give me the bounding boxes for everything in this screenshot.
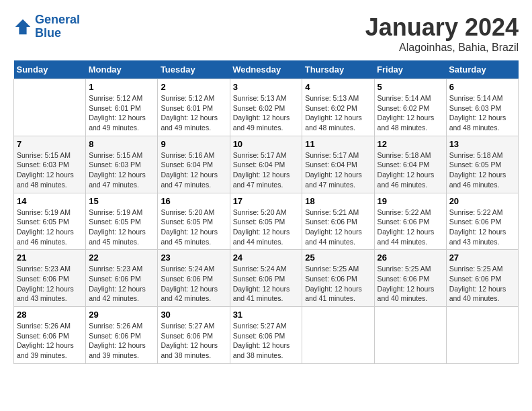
day-number: 16 — [161, 196, 226, 206]
calendar-cell: 13Sunrise: 5:18 AM Sunset: 6:05 PM Dayli… — [446, 136, 518, 193]
day-number: 29 — [89, 310, 154, 320]
calendar-cell: 21Sunrise: 5:23 AM Sunset: 6:06 PM Dayli… — [14, 250, 86, 307]
day-info: Sunrise: 5:18 AM Sunset: 6:05 PM Dayligh… — [449, 150, 515, 190]
calendar-cell: 30Sunrise: 5:27 AM Sunset: 6:06 PM Dayli… — [158, 307, 230, 364]
calendar-cell: 12Sunrise: 5:18 AM Sunset: 6:04 PM Dayli… — [374, 136, 446, 193]
calendar-cell: 5Sunrise: 5:14 AM Sunset: 6:02 PM Daylig… — [374, 79, 446, 136]
day-number: 24 — [233, 253, 300, 263]
day-number: 30 — [161, 310, 226, 320]
day-info: Sunrise: 5:26 AM Sunset: 6:06 PM Dayligh… — [17, 321, 83, 361]
day-number: 25 — [305, 253, 371, 263]
calendar-cell: 24Sunrise: 5:24 AM Sunset: 6:06 PM Dayli… — [230, 250, 302, 307]
day-number: 26 — [378, 253, 443, 263]
calendar-cell: 27Sunrise: 5:25 AM Sunset: 6:06 PM Dayli… — [446, 250, 518, 307]
day-info: Sunrise: 5:22 AM Sunset: 6:06 PM Dayligh… — [378, 208, 443, 247]
calendar-cell: 26Sunrise: 5:25 AM Sunset: 6:06 PM Dayli… — [374, 250, 446, 307]
page-header: General Blue January 2024 Alagoinhas, Ba… — [13, 13, 519, 54]
day-info: Sunrise: 5:22 AM Sunset: 6:06 PM Dayligh… — [449, 208, 515, 247]
day-number: 3 — [233, 82, 300, 92]
day-number: 17 — [233, 196, 300, 206]
calendar-cell: 28Sunrise: 5:26 AM Sunset: 6:06 PM Dayli… — [14, 307, 86, 364]
calendar-cell: 22Sunrise: 5:23 AM Sunset: 6:06 PM Dayli… — [86, 250, 158, 307]
calendar-cell: 29Sunrise: 5:26 AM Sunset: 6:06 PM Dayli… — [86, 307, 158, 364]
calendar-cell: 3Sunrise: 5:13 AM Sunset: 6:02 PM Daylig… — [230, 79, 302, 136]
day-info: Sunrise: 5:18 AM Sunset: 6:04 PM Dayligh… — [378, 150, 443, 190]
day-number: 20 — [449, 196, 515, 206]
day-info: Sunrise: 5:25 AM Sunset: 6:06 PM Dayligh… — [378, 264, 443, 304]
calendar-cell: 11Sunrise: 5:17 AM Sunset: 6:04 PM Dayli… — [302, 136, 374, 193]
calendar-cell: 31Sunrise: 5:27 AM Sunset: 6:06 PM Dayli… — [230, 307, 302, 364]
calendar-cell: 4Sunrise: 5:13 AM Sunset: 6:02 PM Daylig… — [302, 79, 374, 136]
calendar-cell: 8Sunrise: 5:15 AM Sunset: 6:03 PM Daylig… — [86, 136, 158, 193]
day-number: 15 — [89, 196, 154, 206]
day-info: Sunrise: 5:12 AM Sunset: 6:01 PM Dayligh… — [89, 93, 154, 133]
day-number: 23 — [161, 253, 226, 263]
day-number: 19 — [378, 196, 443, 206]
calendar-cell: 14Sunrise: 5:19 AM Sunset: 6:05 PM Dayli… — [14, 193, 86, 250]
logo-icon — [13, 17, 32, 36]
day-info: Sunrise: 5:15 AM Sunset: 6:03 PM Dayligh… — [89, 150, 154, 190]
day-number: 8 — [89, 139, 154, 149]
day-number: 12 — [378, 139, 443, 149]
day-number: 22 — [89, 253, 154, 263]
main-title: January 2024 — [365, 13, 519, 42]
day-info: Sunrise: 5:26 AM Sunset: 6:06 PM Dayligh… — [89, 321, 154, 361]
day-info: Sunrise: 5:20 AM Sunset: 6:05 PM Dayligh… — [233, 208, 300, 247]
day-number: 6 — [449, 82, 515, 92]
day-number: 1 — [89, 82, 154, 92]
calendar-cell: 7Sunrise: 5:15 AM Sunset: 6:03 PM Daylig… — [14, 136, 86, 193]
day-number: 14 — [17, 196, 83, 206]
day-info: Sunrise: 5:23 AM Sunset: 6:06 PM Dayligh… — [17, 264, 83, 304]
day-info: Sunrise: 5:21 AM Sunset: 6:06 PM Dayligh… — [305, 208, 371, 247]
day-info: Sunrise: 5:17 AM Sunset: 6:04 PM Dayligh… — [305, 150, 371, 190]
calendar-cell: 15Sunrise: 5:19 AM Sunset: 6:05 PM Dayli… — [86, 193, 158, 250]
logo-line2: Blue — [35, 26, 61, 40]
day-number: 28 — [17, 310, 83, 320]
calendar-cell: 10Sunrise: 5:17 AM Sunset: 6:04 PM Dayli… — [230, 136, 302, 193]
day-info: Sunrise: 5:24 AM Sunset: 6:06 PM Dayligh… — [161, 264, 226, 304]
day-info: Sunrise: 5:17 AM Sunset: 6:04 PM Dayligh… — [233, 150, 300, 190]
column-header-saturday: Saturday — [446, 60, 518, 79]
day-number: 21 — [17, 253, 83, 263]
day-info: Sunrise: 5:12 AM Sunset: 6:01 PM Dayligh… — [161, 93, 226, 133]
calendar-cell: 16Sunrise: 5:20 AM Sunset: 6:05 PM Dayli… — [158, 193, 230, 250]
column-header-sunday: Sunday — [14, 60, 86, 79]
day-number: 27 — [449, 253, 515, 263]
day-number: 4 — [305, 82, 371, 92]
calendar-cell — [446, 307, 518, 364]
logo: General Blue — [13, 13, 80, 40]
calendar-table: SundayMondayTuesdayWednesdayThursdayFrid… — [13, 60, 519, 364]
day-number: 13 — [449, 139, 515, 149]
svg-marker-0 — [15, 19, 30, 34]
day-info: Sunrise: 5:14 AM Sunset: 6:03 PM Dayligh… — [449, 93, 515, 133]
day-number: 31 — [233, 310, 300, 320]
day-info: Sunrise: 5:19 AM Sunset: 6:05 PM Dayligh… — [89, 208, 154, 247]
calendar-cell — [374, 307, 446, 364]
day-info: Sunrise: 5:27 AM Sunset: 6:06 PM Dayligh… — [161, 321, 226, 361]
day-info: Sunrise: 5:27 AM Sunset: 6:06 PM Dayligh… — [233, 321, 300, 361]
title-block: January 2024 Alagoinhas, Bahia, Brazil — [365, 13, 519, 54]
day-info: Sunrise: 5:23 AM Sunset: 6:06 PM Dayligh… — [89, 264, 154, 304]
day-number: 2 — [161, 82, 226, 92]
calendar-cell: 6Sunrise: 5:14 AM Sunset: 6:03 PM Daylig… — [446, 79, 518, 136]
column-header-wednesday: Wednesday — [230, 60, 302, 79]
calendar-cell: 25Sunrise: 5:25 AM Sunset: 6:06 PM Dayli… — [302, 250, 374, 307]
calendar-cell: 19Sunrise: 5:22 AM Sunset: 6:06 PM Dayli… — [374, 193, 446, 250]
calendar-cell: 2Sunrise: 5:12 AM Sunset: 6:01 PM Daylig… — [158, 79, 230, 136]
calendar-cell: 20Sunrise: 5:22 AM Sunset: 6:06 PM Dayli… — [446, 193, 518, 250]
column-header-tuesday: Tuesday — [158, 60, 230, 79]
day-info: Sunrise: 5:19 AM Sunset: 6:05 PM Dayligh… — [17, 208, 83, 247]
calendar-cell — [302, 307, 374, 364]
day-info: Sunrise: 5:25 AM Sunset: 6:06 PM Dayligh… — [449, 264, 515, 304]
column-header-thursday: Thursday — [302, 60, 374, 79]
column-header-friday: Friday — [374, 60, 446, 79]
day-number: 7 — [17, 139, 83, 149]
calendar-cell — [14, 79, 86, 136]
logo-text: General Blue — [35, 13, 80, 40]
day-number: 18 — [305, 196, 371, 206]
calendar-cell: 1Sunrise: 5:12 AM Sunset: 6:01 PM Daylig… — [86, 79, 158, 136]
logo-line1: General — [35, 13, 80, 26]
day-info: Sunrise: 5:14 AM Sunset: 6:02 PM Dayligh… — [378, 93, 443, 133]
day-number: 9 — [161, 139, 226, 149]
day-number: 10 — [233, 139, 300, 149]
